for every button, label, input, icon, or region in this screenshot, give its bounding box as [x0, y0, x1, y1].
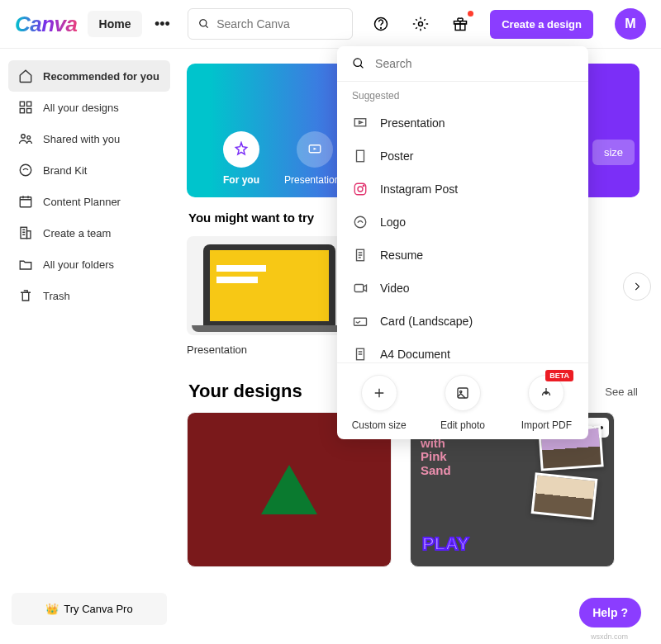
dropdown-search-input[interactable] [375, 57, 573, 70]
dd-item-video[interactable]: Video [337, 272, 588, 305]
tab-for-you[interactable]: For you [223, 131, 259, 186]
sidebar-item-label: All your designs [43, 102, 119, 114]
svg-point-24 [363, 185, 364, 187]
sidebar-item-recommended[interactable]: Recommended for you [8, 60, 170, 92]
sidebar-item-folders[interactable]: All your folders [8, 249, 170, 280]
sidebar-item-label: All your folders [43, 258, 114, 271]
home-icon [18, 69, 33, 83]
folder-icon [18, 257, 33, 272]
help-icon[interactable] [369, 12, 392, 36]
resume-icon [352, 247, 369, 263]
svg-rect-21 [357, 150, 364, 162]
svg-line-19 [360, 65, 363, 68]
svg-rect-27 [354, 285, 364, 292]
search-icon [352, 56, 365, 71]
dd-item-resume[interactable]: Resume [337, 239, 588, 272]
dd-item-instagram[interactable]: Instagram Post [337, 173, 588, 206]
gear-icon[interactable] [409, 12, 432, 36]
help-button[interactable]: Help ? [579, 598, 641, 627]
building-icon [18, 225, 33, 240]
svg-point-25 [354, 216, 366, 228]
search-input[interactable] [216, 17, 342, 31]
search-icon [198, 17, 210, 31]
dd-action-import[interactable]: BETAImport PDF [505, 375, 588, 431]
svg-rect-7 [20, 102, 24, 106]
sidebar: Recommended for you All your designs Sha… [0, 49, 178, 642]
your-designs-heading: Your designs [188, 381, 302, 402]
dd-item-poster[interactable]: Poster [337, 140, 588, 173]
create-design-button[interactable]: Create a design [490, 10, 593, 39]
svg-point-18 [354, 59, 361, 66]
dropdown-search[interactable] [337, 46, 588, 82]
brand-icon [18, 163, 33, 178]
svg-point-13 [20, 164, 31, 176]
svg-rect-20 [354, 119, 366, 126]
dd-item-card[interactable]: Card (Landscape) [337, 305, 588, 338]
dd-action-custom[interactable]: Custom size [337, 375, 421, 431]
more-menu-icon[interactable]: ••• [152, 14, 172, 34]
sidebar-item-team[interactable]: Create a team [8, 217, 170, 249]
logo-icon [352, 214, 369, 230]
sidebar-item-label: Brand Kit [43, 164, 87, 177]
beta-badge: BETA [545, 370, 573, 381]
dd-item-presentation[interactable]: Presentation [337, 107, 588, 140]
canva-logo[interactable]: Canva [15, 12, 78, 37]
svg-point-3 [381, 28, 382, 29]
document-icon [352, 346, 369, 362]
create-design-dropdown: Suggested Presentation Poster Instagram … [337, 46, 588, 439]
sidebar-item-designs[interactable]: All your designs [8, 92, 170, 123]
people-icon [18, 131, 33, 146]
upgrade-button[interactable]: 👑Try Canva Pro [12, 593, 167, 625]
calendar-icon [18, 194, 33, 209]
template-card-presentation[interactable]: Presentation [187, 236, 352, 356]
card-icon [352, 313, 369, 329]
dropdown-list: Presentation Poster Instagram Post Logo … [337, 107, 588, 362]
svg-point-0 [200, 20, 207, 26]
play-text: PLAY [422, 533, 469, 555]
tab-presentations[interactable]: Presentations [284, 131, 345, 186]
home-button[interactable]: Home [88, 11, 143, 37]
watermark: wsxdn.com [591, 632, 628, 641]
sidebar-item-planner[interactable]: Content Planner [8, 186, 170, 217]
avatar[interactable]: M [615, 8, 646, 40]
sidebar-item-label: Trash [43, 290, 70, 302]
dd-action-edit[interactable]: Edit photo [421, 375, 504, 431]
svg-point-32 [460, 391, 462, 392]
carousel-next-button[interactable] [623, 272, 651, 301]
instagram-icon [352, 181, 369, 197]
svg-rect-9 [20, 109, 24, 113]
sidebar-item-brand[interactable]: Brand Kit [8, 154, 170, 186]
custom-size-hero-button[interactable]: size [592, 140, 635, 165]
dd-item-a4[interactable]: A4 Document [337, 338, 588, 362]
svg-rect-31 [458, 388, 468, 398]
presentation-icon [352, 115, 369, 131]
svg-rect-16 [27, 231, 31, 239]
svg-rect-15 [21, 227, 27, 239]
see-all-link[interactable]: See all [605, 386, 638, 398]
poster-icon [352, 148, 369, 164]
sidebar-item-label: Create a team [43, 227, 111, 239]
trash-icon [18, 288, 33, 303]
sidebar-item-label: Content Planner [43, 196, 121, 208]
sidebar-item-label: Shared with you [43, 133, 120, 145]
svg-point-4 [419, 22, 423, 26]
grid-icon [18, 100, 33, 115]
svg-rect-14 [20, 197, 31, 207]
video-icon [352, 280, 369, 296]
sidebar-item-label: Recommended for you [43, 70, 159, 83]
svg-line-1 [206, 26, 208, 28]
card-title: Presentation [187, 343, 352, 356]
svg-rect-8 [27, 102, 31, 106]
svg-rect-10 [27, 109, 31, 113]
sidebar-item-shared[interactable]: Shared with you [8, 123, 170, 154]
gift-icon[interactable] [449, 12, 472, 36]
dd-item-logo[interactable]: Logo [337, 206, 588, 239]
sidebar-item-trash[interactable]: Trash [8, 280, 170, 311]
search-bar[interactable] [188, 8, 353, 40]
svg-point-11 [21, 135, 26, 139]
dropdown-suggested-label: Suggested [337, 82, 588, 107]
svg-point-12 [27, 136, 31, 140]
svg-point-23 [358, 187, 363, 192]
